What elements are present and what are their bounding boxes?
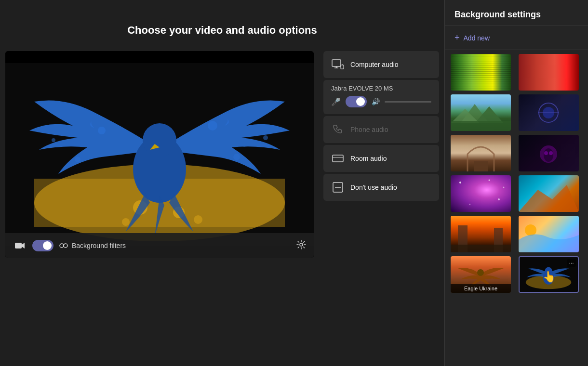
svg-point-37 (544, 148, 553, 162)
jabra-controls: 🎤 🔊 (331, 96, 431, 107)
svg-point-40 (459, 182, 461, 183)
video-controls-bar: Background filters (5, 233, 314, 258)
bg-panel-header: Background settings (445, 0, 588, 26)
cartoon-svg (519, 216, 579, 252)
svg-point-54 (545, 267, 552, 274)
jabra-device-name: Jabra EVOLVE 20 MS (331, 85, 431, 92)
audio-option-phone[interactable]: Phone audio (323, 116, 439, 143)
bg-thumb-eagle-selected[interactable]: ··· 👆 (519, 256, 579, 293)
volume-icon: 🔊 (372, 98, 380, 105)
camera-toggle-switch[interactable] (32, 240, 53, 251)
bg-thumb-green-pixels[interactable] (451, 54, 511, 91)
bg-filters-icon (59, 241, 68, 250)
galaxy-svg (451, 175, 511, 212)
monitor-icon (332, 59, 344, 70)
svg-rect-24 (333, 155, 343, 162)
audio-option-room[interactable]: Room audio (323, 145, 439, 172)
svg-rect-35 (474, 161, 488, 171)
gear-icon (296, 240, 306, 249)
svg-point-39 (549, 151, 553, 155)
svg-marker-45 (519, 185, 579, 212)
svg-point-42 (498, 198, 500, 200)
bg-thumb-red-pixels[interactable] (519, 54, 579, 91)
bg-thumb-street[interactable] (451, 216, 511, 252)
svg-point-41 (489, 180, 490, 181)
svg-point-16 (60, 244, 64, 248)
svg-point-8 (233, 154, 240, 160)
camera-icon (14, 241, 25, 250)
add-new-button[interactable]: + Add new (445, 26, 588, 50)
svg-point-5 (98, 127, 106, 134)
background-filters-button[interactable]: Background filters (59, 241, 126, 250)
room-audio-icon (331, 152, 345, 165)
background-panel: Background settings + Add new (444, 0, 588, 366)
microphone-icon: 🎤 (331, 97, 341, 106)
svg-point-50 (477, 269, 484, 276)
tv-icon (332, 154, 344, 163)
mountain-svg (451, 94, 511, 131)
svg-rect-48 (451, 245, 511, 252)
computer-audio-icon (331, 58, 345, 71)
bg-thumb-scifi[interactable] (519, 94, 579, 131)
audio-option-none[interactable]: Don't use audio (323, 174, 439, 201)
svg-point-13 (52, 138, 55, 142)
svg-point-44 (503, 187, 505, 188)
svg-point-17 (64, 244, 67, 248)
jabra-mute-toggle[interactable] (346, 96, 367, 107)
svg-point-4 (143, 123, 176, 157)
no-audio-svg-icon (333, 182, 343, 193)
svg-point-43 (469, 204, 470, 205)
svg-point-7 (75, 157, 80, 162)
no-audio-label: Don't use audio (350, 183, 397, 191)
alien-svg (519, 135, 579, 171)
bg-filters-label: Background filters (72, 242, 126, 249)
svg-point-6 (208, 121, 217, 131)
svg-point-11 (122, 218, 130, 226)
eagle-ukraine-art (5, 51, 314, 258)
bg-thumb-mountain[interactable] (451, 94, 511, 131)
content-row: Background filters (5, 51, 439, 258)
audio-panel: Computer audio Jabra EVOLVE 20 MS 🎤 🔊 (323, 51, 439, 201)
svg-rect-15 (15, 243, 22, 248)
main-area: Choose your video and audio options (0, 0, 444, 366)
svg-rect-31 (451, 121, 511, 131)
computer-audio-label: Computer audio (350, 61, 399, 68)
svg-point-12 (194, 215, 202, 224)
bg-thumb-alien[interactable] (519, 135, 579, 171)
volume-bar[interactable] (385, 101, 431, 103)
video-preview: Background filters (5, 51, 314, 258)
bg-thumb-village[interactable] (451, 135, 511, 171)
no-audio-icon (331, 181, 345, 194)
add-new-label: Add new (464, 34, 490, 42)
bg-thumb-canyon[interactable] (519, 175, 579, 212)
street-svg (451, 216, 511, 252)
room-audio-label: Room audio (350, 155, 387, 162)
plus-icon: + (454, 33, 460, 43)
thumb-more-options[interactable]: ··· (567, 259, 575, 267)
svg-point-38 (544, 151, 548, 155)
svg-point-14 (263, 135, 268, 140)
svg-point-18 (300, 243, 303, 246)
svg-rect-19 (332, 60, 341, 66)
video-bg (5, 51, 314, 258)
phone-icon (333, 124, 343, 135)
eagle-ukraine-tooltip-label: Eagle Ukraine (451, 284, 511, 293)
background-grid: Eagle Ukraine ··· 👆 (445, 50, 588, 366)
phone-audio-icon (331, 123, 345, 136)
audio-option-computer[interactable]: Computer audio (323, 51, 439, 78)
phone-audio-label: Phone audio (350, 126, 388, 133)
svg-point-49 (525, 224, 536, 236)
bg-thumb-galaxy[interactable] (451, 175, 511, 212)
page-title: Choose your video and audio options (127, 24, 317, 37)
canyon-svg (519, 175, 579, 212)
settings-button[interactable] (296, 240, 306, 251)
village-svg (451, 135, 511, 171)
bg-panel-title: Background settings (454, 10, 578, 20)
jabra-device-section: Jabra EVOLVE 20 MS 🎤 🔊 (323, 80, 439, 114)
camera-toggle-button[interactable] (13, 239, 27, 252)
bg-thumb-cartoon[interactable] (519, 216, 579, 252)
scifi-svg (519, 94, 579, 131)
bg-thumb-eagle-ukraine-prev[interactable]: Eagle Ukraine (451, 256, 511, 293)
svg-rect-22 (341, 65, 344, 69)
